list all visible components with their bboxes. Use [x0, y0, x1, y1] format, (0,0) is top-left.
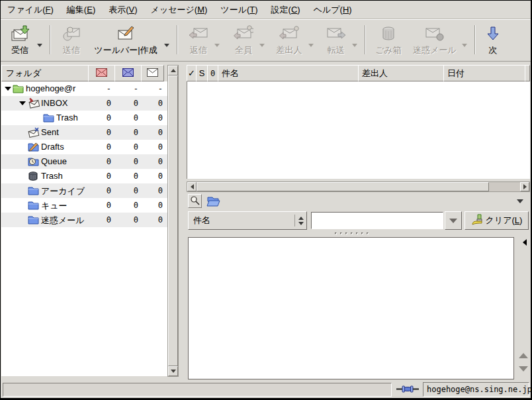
toolbar-separator	[50, 25, 51, 54]
scroll-right-button[interactable]	[520, 182, 529, 191]
folder-name: Queue	[41, 156, 67, 166]
receive-button[interactable]: 受信	[5, 20, 35, 61]
reply-sender-dropdown-arrow[interactable]	[306, 20, 316, 61]
receive-dropdown-arrow[interactable]	[35, 20, 44, 61]
junk-button[interactable]: 迷惑メール	[410, 20, 460, 61]
total-count: 0	[136, 113, 163, 123]
next-button[interactable]: 次	[482, 20, 504, 61]
menu-edit[interactable]: 編集(E)	[60, 1, 102, 19]
scrollbar-thumb[interactable]	[197, 182, 489, 191]
date-column-header[interactable]: 日付	[443, 65, 525, 81]
folder-row-inbox-trash[interactable]: Trash 0 0 0	[1, 111, 167, 125]
reply-dropdown-arrow[interactable]	[212, 20, 222, 61]
send-mail-icon	[62, 25, 81, 43]
subject-column-header[interactable]: 件名	[218, 65, 359, 81]
new-count: 0	[85, 186, 111, 195]
attachment-column-header[interactable]: 0	[207, 65, 218, 81]
status-column-header[interactable]: S	[196, 65, 208, 81]
new-count-column-header[interactable]	[88, 65, 115, 81]
unread-count: 0	[112, 172, 138, 181]
folder-tree: hogehoge@r - - - INBOX 0	[1, 81, 167, 376]
folder-name: Drafts	[41, 142, 64, 152]
junk-dropdown-arrow[interactable]	[460, 20, 469, 61]
menu-view[interactable]: 表示(V)	[102, 1, 144, 19]
total-count-column-header[interactable]	[141, 65, 164, 81]
forward-button[interactable]: 転送	[322, 20, 350, 61]
compose-dropdown-arrow[interactable]	[162, 20, 171, 61]
folder-row-inbox[interactable]: INBOX 0 0 0	[1, 96, 167, 111]
search-folder-icon[interactable]	[206, 195, 221, 209]
reply-all-dropdown-arrow[interactable]	[257, 20, 267, 61]
folder-row-queue2[interactable]: キュー 0 0 0	[1, 198, 167, 213]
new-count: 0	[85, 99, 111, 108]
send-button[interactable]: 送信	[56, 20, 87, 61]
search-button[interactable]	[188, 194, 202, 208]
message-list-header: ✓ S 0 件名 差出人 日付	[187, 65, 530, 81]
unread-count-column-header[interactable]	[114, 65, 142, 81]
reply-sender-button[interactable]: 差出人	[272, 20, 306, 61]
expander-icon[interactable]	[19, 101, 26, 105]
clear-button[interactable]: クリア(L)	[465, 211, 529, 230]
scroll-up-button[interactable]	[168, 66, 178, 75]
scrollbar-thumb[interactable]	[168, 75, 178, 366]
folder-row-sent[interactable]: Sent 0 0 0	[1, 125, 167, 140]
send-label: 送信	[63, 44, 80, 56]
message-list-hscrollbar[interactable]	[187, 181, 530, 192]
folder-pane-scrollbar[interactable]	[167, 65, 179, 377]
menu-file[interactable]: ファイル(F)	[1, 1, 60, 19]
search-field-selector[interactable]: 件名	[188, 211, 307, 230]
message-view[interactable]	[188, 237, 514, 379]
total-count: 0	[136, 201, 163, 210]
folder-name: Sent	[41, 127, 59, 137]
scroll-up-arrow[interactable]	[519, 353, 528, 358]
folder-row-archive[interactable]: アーカイブ 0 0 0	[1, 183, 167, 198]
unread-count: 0	[112, 142, 138, 152]
menu-bar: ファイル(F) 編集(E) 表示(V) メッセージ(M) ツール(T) 設定(C…	[1, 1, 531, 19]
forward-dropdown-arrow[interactable]	[350, 20, 359, 61]
mark-column-header[interactable]: ✓	[187, 65, 197, 81]
menu-help[interactable]: ヘルプ(H)	[307, 1, 359, 19]
new-envelope-icon	[96, 68, 107, 79]
menu-configuration[interactable]: 設定(C)	[265, 1, 307, 19]
compose-label: ツールバー|作成	[94, 44, 157, 56]
folder-row-trash[interactable]: Trash 0 0 0	[1, 169, 167, 183]
from-column-header[interactable]: 差出人	[358, 65, 444, 81]
quick-search-bar	[187, 193, 530, 211]
folder-name: 迷惑メール	[41, 215, 85, 226]
mimeview-collapse-arrow[interactable]	[523, 239, 527, 246]
search-history-dropdown[interactable]	[445, 211, 462, 230]
trash-button[interactable]: ごみ箱	[373, 20, 404, 61]
online-plug-icon[interactable]	[396, 385, 419, 395]
new-count: 0	[85, 128, 111, 137]
inbox-icon	[28, 98, 40, 111]
total-count: 0	[136, 172, 163, 181]
folder-row-drafts[interactable]: Drafts 0 0 0	[1, 140, 167, 154]
folder-row-queue[interactable]: Queue 0 0 0	[1, 154, 167, 169]
trash-bin-icon	[380, 25, 396, 43]
search-input[interactable]	[311, 212, 443, 229]
current-account[interactable]: hogehoge@ns.sing.ne.jp	[423, 382, 529, 397]
new-count: 0	[85, 113, 111, 123]
scroll-down-button[interactable]	[168, 366, 178, 376]
folder-column-header[interactable]: フォルダ	[1, 65, 89, 81]
receive-label: 受信	[11, 44, 28, 56]
folder-row-junk[interactable]: 迷惑メール 0 0 0	[1, 213, 167, 227]
scroll-left-button[interactable]	[187, 182, 197, 191]
expander-icon[interactable]	[5, 87, 11, 91]
folder-row-account[interactable]: hogehoge@r - - -	[1, 81, 167, 96]
quick-search-collapse-arrow[interactable]	[517, 199, 523, 203]
menu-message[interactable]: メッセージ(M)	[144, 1, 214, 19]
reply-all-button[interactable]: 全員	[230, 20, 257, 61]
reply-button[interactable]: 返信	[185, 20, 212, 61]
scroll-down-arrow[interactable]	[519, 366, 528, 372]
new-count: 0	[85, 142, 111, 152]
new-count: 0	[85, 172, 111, 181]
menu-tools[interactable]: ツール(T)	[214, 1, 264, 19]
forward-icon	[326, 25, 346, 43]
new-count: 0	[85, 201, 111, 210]
quick-search-row: 件名 クリア(L)	[187, 211, 530, 231]
total-count: 0	[136, 186, 163, 195]
pane-resize-grip[interactable]	[335, 232, 375, 236]
message-list[interactable]	[187, 81, 530, 179]
compose-button[interactable]: ツールバー|作成	[89, 20, 162, 61]
